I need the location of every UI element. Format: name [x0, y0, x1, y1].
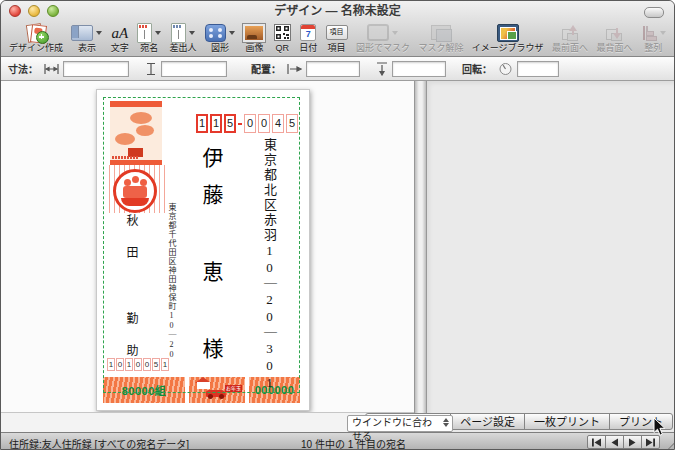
- toolbar-date-button[interactable]: 7 日付: [299, 22, 317, 54]
- size-label: 寸法：: [8, 61, 38, 76]
- print-button[interactable]: プリント: [609, 413, 673, 430]
- toolbar-recipient-button[interactable]: 宛名: [137, 22, 161, 54]
- sender-address-text[interactable]: 東京都千代田区神田神保町10｜20: [166, 203, 177, 360]
- lottery-illustration: お年玉: [189, 377, 245, 403]
- y-position-icon: [376, 62, 388, 76]
- toolbar-bring-to-front-button: 最前面へ: [552, 22, 588, 54]
- rotation-label: 回転：: [462, 61, 492, 76]
- calendar-icon: 7: [300, 24, 316, 41]
- postal-digit-box: 5: [152, 358, 160, 371]
- toolbar-sender-button[interactable]: 差出人: [170, 22, 197, 54]
- width-icon: [44, 63, 59, 75]
- main-area: 1 1 5 0 0 4 5 東京都北区赤羽10｜20｜301 伊藤 恵 様 東京…: [1, 81, 674, 432]
- postal-digit-box: 0: [116, 358, 124, 371]
- unmask-icon: [431, 25, 451, 40]
- toolbar-shape-button[interactable]: 図形: [205, 22, 235, 54]
- postcard-preview[interactable]: 1 1 5 0 0 4 5 東京都北区赤羽10｜20｜301 伊藤 恵 様 東京…: [96, 89, 310, 411]
- postal-digit-box: 1: [210, 114, 222, 133]
- bring-to-front-icon: [562, 25, 578, 40]
- y-position-input[interactable]: [392, 61, 446, 77]
- single-print-button[interactable]: 一枚プリント: [524, 413, 610, 430]
- recipient-postal-code[interactable]: 1 1 5 0 0 4 5: [196, 114, 300, 133]
- pane-splitter[interactable]: [414, 81, 427, 432]
- nenga-stamp[interactable]: [110, 101, 162, 165]
- otoshidama-label: お年玉: [225, 385, 242, 392]
- next-record-button[interactable]: [623, 435, 642, 449]
- view-icon: [71, 25, 93, 41]
- window-chrome: デザイン — 名称未設定 デザイン作成 表示 aA 文字 宛名: [1, 1, 674, 57]
- postal-hyphen: [238, 123, 242, 125]
- zoom-select[interactable]: ウインドウに合わせる: [347, 415, 453, 432]
- rotation-input[interactable]: [517, 61, 559, 77]
- chevron-down-icon: [229, 31, 235, 35]
- image-browser-icon: [497, 24, 519, 42]
- record-navigation: [588, 435, 660, 449]
- chevron-down-icon: [96, 31, 102, 35]
- design-canvas[interactable]: 1 1 5 0 0 4 5 東京都北区赤羽10｜20｜301 伊藤 恵 様 東京…: [1, 81, 414, 412]
- height-icon: [145, 62, 157, 76]
- postal-digit-box: 1: [196, 114, 208, 133]
- postal-digit-box: 1: [125, 358, 133, 371]
- last-record-button[interactable]: [641, 435, 660, 449]
- window-title: デザイン — 名称未設定: [1, 1, 674, 22]
- chevron-down-icon: [392, 31, 398, 35]
- postal-digit-box: 5: [224, 114, 236, 133]
- chevron-down-icon: [155, 31, 161, 35]
- recipient-name-text[interactable]: 伊藤 恵 様: [196, 147, 226, 375]
- toolbar-qr-button[interactable]: QR: [274, 22, 291, 54]
- rotation-dial-icon[interactable]: [498, 61, 513, 76]
- toolbar-text-button[interactable]: aA 文字: [111, 22, 129, 54]
- create-design-icon: [25, 23, 47, 42]
- width-input[interactable]: [63, 61, 129, 77]
- panel-footer: デザイン設定 ページ設定 一枚プリント プリント: [427, 411, 675, 432]
- app-window: デザイン — 名称未設定 デザイン作成 表示 aA 文字 宛名: [0, 0, 675, 450]
- send-to-back-icon: [606, 25, 622, 40]
- x-position-icon: [287, 63, 302, 75]
- toolbar-image-browser-button[interactable]: イメージブラウザ: [472, 22, 544, 54]
- mask-icon: [367, 24, 389, 41]
- first-record-button[interactable]: [587, 435, 606, 449]
- recipient-card-icon: [137, 23, 152, 43]
- height-input[interactable]: [161, 61, 227, 77]
- toolbar-send-to-back-button: 最背面へ: [596, 22, 632, 54]
- postal-digit-box: 1: [161, 358, 169, 371]
- address-book-status: 住所録:友人住所録 [すべての宛名データ]: [9, 436, 189, 450]
- toolbar-field-button[interactable]: 項目 項目: [326, 22, 348, 54]
- qr-code-icon: [274, 24, 291, 41]
- x-position-input[interactable]: [306, 61, 360, 77]
- settings-pane: デザイン設定 ページ設定 一枚プリント プリント: [427, 81, 675, 432]
- toolbar-align-button: 整列: [641, 22, 666, 54]
- toolbar-mask-with-shape-button: 図形でマスク: [356, 22, 410, 54]
- sender-name-text[interactable]: 秋田 勤助: [123, 214, 140, 376]
- chevron-down-icon: [189, 31, 195, 35]
- postal-digit-box: 0: [143, 358, 151, 371]
- chevron-down-icon: [660, 31, 666, 35]
- main-toolbar: デザイン作成 表示 aA 文字 宛名 差出人 図形: [1, 21, 674, 57]
- previous-record-button[interactable]: [605, 435, 624, 449]
- postal-digit-box: 0: [244, 114, 256, 133]
- text-icon: aA: [111, 24, 128, 42]
- format-bar: 寸法： 配置： 回転：: [1, 57, 674, 81]
- toolbar-toggle-button[interactable]: [644, 7, 664, 18]
- postal-digit-box: 0: [258, 114, 270, 133]
- sender-postal-code[interactable]: 1 0 1 0 0 5 1: [107, 358, 170, 371]
- align-icon: [641, 26, 657, 40]
- stepper-icon: [443, 418, 449, 427]
- field-chip-icon: 項目: [326, 25, 348, 40]
- postal-digit-box: 5: [286, 114, 298, 133]
- sender-card-icon: [171, 23, 186, 43]
- postal-digit-box: 0: [134, 358, 142, 371]
- toolbar-unmask-button: マスク解除: [418, 22, 463, 54]
- resize-grip[interactable]: [661, 439, 674, 450]
- toolbar-image-button[interactable]: 画像: [243, 22, 265, 54]
- page-settings-button[interactable]: ページ設定: [450, 413, 525, 430]
- recipient-address-text[interactable]: 東京都北区赤羽10｜20｜301: [260, 138, 279, 392]
- toolbar-view-button[interactable]: 表示: [71, 22, 102, 54]
- postal-digit-box: 1: [107, 358, 115, 371]
- status-bar: 住所録:友人住所録 [すべての宛名データ] 10 件中の 1 件目の宛名: [1, 432, 674, 450]
- shape-icon: [205, 24, 226, 42]
- toolbar-create-design-button[interactable]: デザイン作成: [9, 22, 63, 54]
- title-bar: デザイン — 名称未設定: [1, 1, 674, 21]
- postal-digit-box: 4: [272, 114, 284, 133]
- postmark-icon: [113, 169, 157, 213]
